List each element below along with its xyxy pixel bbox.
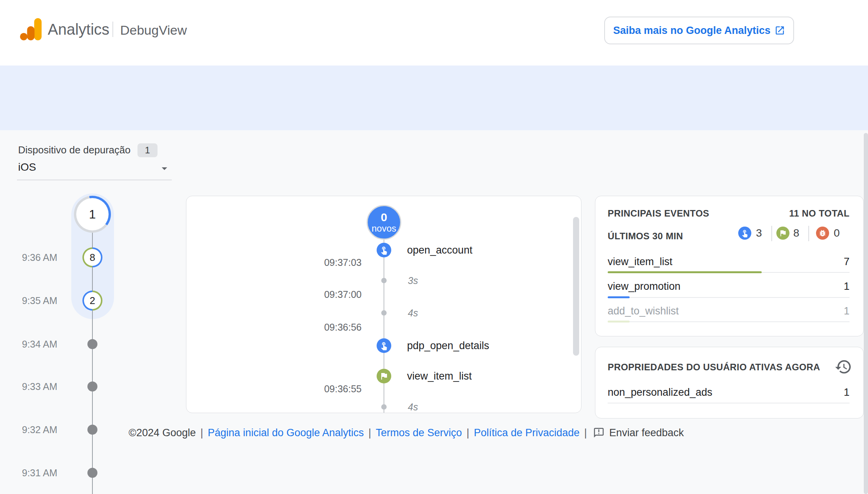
timeline-minute-dot-931[interactable] [87,468,97,478]
new-events-label: novos [372,223,396,234]
flag-count: 8 [793,227,799,240]
timeline-minute-circle-936[interactable]: 8 [82,247,102,267]
footer-separator: | [201,427,203,439]
timeline-current-minute-count: 1 [76,198,109,230]
top-events-total: 11 NO TOTAL [734,208,850,219]
new-events-count: 0 [381,211,387,223]
header-divider [112,22,113,37]
device-selector-label: Dispositivo de depuração [18,143,131,156]
debugview-screen: Analytics DebugView Saiba mais no Google… [0,0,868,494]
learn-more-ga-button[interactable]: Saiba mais no Google Analytics [604,17,794,44]
stream-gap-dot [381,278,387,283]
count-divider [808,226,809,241]
stream-gap-dot [381,404,387,410]
timeline-minute-dot-933[interactable] [87,381,97,392]
top-event-row-value: 1 [772,304,850,318]
event-name[interactable]: view_item_list [407,370,472,383]
brand-title: Analytics [48,20,109,39]
top-events-window-label: ÚLTIMOS 30 MIN [608,230,683,242]
timeline-minute-count: 2 [84,292,101,309]
error-count-icon [816,227,829,240]
new-events-badge[interactable]: 0 novos [367,205,401,240]
count-divider [771,226,772,241]
timeline-minute-label: 9:34 AM [22,338,57,350]
analytics-logo-icon [20,17,42,41]
top-event-row-value: 1 [772,280,850,293]
event-name[interactable]: pdp_open_details [407,339,489,352]
page-scrollbar[interactable] [864,133,868,494]
touch-app-icon [379,245,389,255]
top-event-row-name[interactable]: view_promotion [608,280,680,293]
bug-icon [818,229,827,237]
flag-count-icon [776,227,789,240]
top-events-title: PRINCIPAIS EVENTOS [608,208,709,219]
chevron-down-icon [158,162,171,175]
bar-fill [608,321,630,323]
top-event-row-bar [608,271,850,273]
top-event-row-name[interactable]: add_to_wishlist [608,304,679,318]
user-property-row-value: 1 [772,386,850,399]
footer-link-privacy[interactable]: Política de Privacidade [474,427,580,439]
app-header: Analytics DebugView Saiba mais no Google… [0,0,868,66]
timeline-minute-dot-934[interactable] [87,339,97,349]
flag-icon [379,371,389,381]
top-event-row-bar [608,296,850,298]
timeline-minute-circle-935[interactable]: 2 [82,291,102,311]
timeline-minute-label: 9:36 AM [22,251,57,264]
footer: ©2024 Google | Página inicial do Google … [129,425,684,440]
stream-timestamp: 09:37:00 [301,289,362,300]
timeline-minute-label: 9:31 AM [22,467,57,479]
footer-copyright: ©2024 Google [129,427,196,439]
bar-track [608,297,850,298]
stream-gap-duration: 4s [408,307,418,319]
stream-gap-duration: 4s [408,401,418,413]
footer-link-home[interactable]: Página inicial do Google Analytics [208,427,364,439]
timeline-minute-count: 8 [84,249,101,266]
event-stream-scrollbar[interactable] [573,217,579,356]
device-count-badge: 1 [137,143,158,157]
device-dropdown[interactable]: iOS [17,157,172,180]
error-count: 0 [834,227,840,240]
timeline-current-minute-circle[interactable]: 1 [74,196,111,233]
touch-app-icon [741,229,749,237]
event-stream-card: 0 novos 09:37:03 09:37:00 09:36:56 09:36… [186,196,581,413]
top-event-row-bar [608,321,850,323]
bar-track [608,321,850,322]
footer-separator: | [369,427,371,439]
learn-more-ga-button-label: Saiba mais no Google Analytics [613,25,771,37]
top-event-row-value: 7 [772,255,850,268]
event-icon-touch[interactable] [377,243,391,257]
timeline-minute-dot-932[interactable] [87,425,97,435]
footer-separator: | [466,427,469,439]
stream-timestamp: 09:36:55 [301,383,362,395]
device-dropdown-underline [17,180,172,180]
bar-fill [608,296,630,298]
timeline-minute-label: 9:32 AM [22,423,57,436]
feedback-icon [593,427,605,439]
event-name[interactable]: open_account [407,244,473,257]
event-icon-flag[interactable] [377,369,391,383]
user-properties-panel: PROPRIEDADES DO USUÁRIO ATIVAS AGORA non… [595,347,864,418]
top-event-row-name[interactable]: view_item_list [608,255,672,268]
event-icon-touch[interactable] [377,338,391,353]
top-events-panel: PRINCIPAIS EVENTOS 11 NO TOTAL ÚLTIMOS 3… [595,196,864,336]
stream-gap-duration: 3s [408,275,418,286]
open-in-new-icon [774,25,785,36]
touch-count-icon [738,227,751,240]
bar-fill [608,271,762,273]
touch-count: 3 [756,227,762,240]
user-properties-title: PROPRIEDADES DO USUÁRIO ATIVAS AGORA [608,361,820,373]
footer-link-terms[interactable]: Termos de Serviço [376,427,462,439]
page-title: DebugView [120,22,187,38]
timeline-minute-label: 9:33 AM [22,380,57,393]
key-events-banner: As conversões do Google Analytics agora … [0,66,868,130]
device-dropdown-value: iOS [18,160,36,174]
user-property-row-name[interactable]: non_personalized_ads [608,386,712,399]
timeline-minute-label: 9:35 AM [22,294,57,307]
stream-timestamp: 09:37:03 [301,257,362,268]
footer-separator: | [584,427,587,439]
user-property-divider [608,403,850,403]
history-icon[interactable] [834,358,852,376]
stream-timestamp: 09:36:56 [301,321,362,333]
footer-feedback-link[interactable]: Enviar feedback [609,427,684,439]
